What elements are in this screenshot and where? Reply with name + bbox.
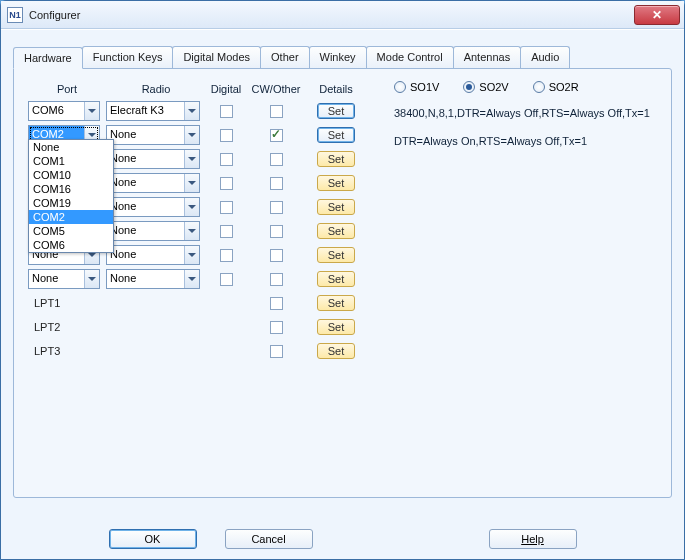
radio-dot-icon	[463, 81, 475, 93]
so-mode-radio[interactable]: SO1V	[394, 81, 439, 93]
tab-body: Port Radio Digital CW/Other Details COM6…	[13, 68, 672, 498]
lpt-label: LPT2	[28, 319, 106, 335]
chevron-down-icon	[84, 102, 99, 120]
dropdown-option[interactable]: COM1	[29, 154, 113, 168]
cancel-button[interactable]: Cancel	[225, 529, 313, 549]
radio-label: SO1V	[410, 81, 439, 93]
header-port: Port	[28, 83, 106, 95]
digital-checkbox[interactable]	[220, 249, 233, 262]
chevron-down-icon	[184, 150, 199, 168]
radio-combo[interactable]: None	[106, 197, 200, 217]
header-cw: CW/Other	[246, 83, 306, 95]
cw-checkbox[interactable]	[270, 201, 283, 214]
radio-combo[interactable]: None	[106, 149, 200, 169]
dropdown-option[interactable]: COM16	[29, 182, 113, 196]
ok-button[interactable]: OK	[109, 529, 197, 549]
dropdown-option[interactable]: COM5	[29, 224, 113, 238]
so-mode-radio[interactable]: SO2V	[463, 81, 508, 93]
digital-checkbox[interactable]	[220, 129, 233, 142]
set-button[interactable]: Set	[317, 223, 356, 239]
dropdown-option[interactable]: COM19	[29, 196, 113, 210]
tab-hardware[interactable]: Hardware	[13, 47, 83, 69]
cw-checkbox[interactable]	[270, 105, 283, 118]
tab-audio[interactable]: Audio	[520, 46, 570, 68]
chevron-down-icon	[184, 222, 199, 240]
radio-combo[interactable]: None	[106, 245, 200, 265]
radio-combo[interactable]: None	[106, 221, 200, 241]
close-button[interactable]: ✕	[634, 5, 680, 25]
set-button[interactable]: Set	[317, 175, 356, 191]
set-button[interactable]: Set	[317, 127, 356, 143]
set-button[interactable]: Set	[317, 295, 356, 311]
set-button[interactable]: Set	[317, 271, 356, 287]
dropdown-option[interactable]: COM10	[29, 168, 113, 182]
port-dropdown-list[interactable]: NoneCOM1COM10COM16COM19COM2COM5COM6	[28, 139, 114, 253]
set-button[interactable]: Set	[317, 343, 356, 359]
cw-checkbox[interactable]	[270, 297, 283, 310]
tabstrip: Hardware Function Keys Digital Modes Oth…	[1, 30, 684, 68]
radio-combo[interactable]: None	[106, 269, 200, 289]
digital-checkbox[interactable]	[220, 177, 233, 190]
chevron-down-icon	[184, 174, 199, 192]
cw-checkbox[interactable]	[270, 321, 283, 334]
lpt-label: LPT3	[28, 343, 106, 359]
cw-checkbox[interactable]	[270, 345, 283, 358]
info-line-1: 38400,N,8,1,DTR=Always Off,RTS=Always Of…	[394, 107, 650, 119]
set-button[interactable]: Set	[317, 247, 356, 263]
dropdown-option[interactable]: COM2	[29, 210, 113, 224]
radio-label: SO2V	[479, 81, 508, 93]
radio-dot-icon	[533, 81, 545, 93]
cw-checkbox[interactable]	[270, 177, 283, 190]
radio-combo[interactable]: None	[106, 125, 200, 145]
header-digital: Digital	[206, 83, 246, 95]
cw-checkbox[interactable]	[270, 273, 283, 286]
set-button[interactable]: Set	[317, 199, 356, 215]
header-details: Details	[306, 83, 366, 95]
tab-digital-modes[interactable]: Digital Modes	[172, 46, 261, 68]
digital-checkbox[interactable]	[220, 225, 233, 238]
tab-winkey[interactable]: Winkey	[309, 46, 367, 68]
cw-checkbox[interactable]	[270, 249, 283, 262]
port-row: NoneNoneSet	[28, 171, 657, 195]
radio-combo[interactable]: Elecraft K3	[106, 101, 200, 121]
tab-function-keys[interactable]: Function Keys	[82, 46, 174, 68]
lpt-row: LPT1Set	[28, 291, 657, 315]
set-button[interactable]: Set	[317, 151, 356, 167]
titlebar: N1 Configurer ✕	[1, 1, 684, 29]
dropdown-option[interactable]: COM6	[29, 238, 113, 252]
radio-dot-icon	[394, 81, 406, 93]
radio-label: SO2R	[549, 81, 579, 93]
header-radio: Radio	[106, 83, 206, 95]
chevron-down-icon	[184, 102, 199, 120]
tab-other[interactable]: Other	[260, 46, 310, 68]
port-combo[interactable]: None	[28, 269, 100, 289]
chevron-down-icon	[184, 126, 199, 144]
cw-checkbox[interactable]	[270, 225, 283, 238]
port-row: NoneNoneSet	[28, 195, 657, 219]
port-row: NoneNoneSet	[28, 147, 657, 171]
so-mode-area: SO1VSO2VSO2R 38400,N,8,1,DTR=Always Off,…	[394, 81, 650, 147]
tab-antennas[interactable]: Antennas	[453, 46, 521, 68]
port-row: NoneNoneSet	[28, 219, 657, 243]
dropdown-option[interactable]: None	[29, 140, 113, 154]
digital-checkbox[interactable]	[220, 153, 233, 166]
set-button[interactable]: Set	[317, 103, 356, 119]
info-line-2: DTR=Always On,RTS=Always Off,Tx=1	[394, 135, 650, 147]
lpt-row: LPT2Set	[28, 315, 657, 339]
port-row: NoneNoneSet	[28, 243, 657, 267]
port-combo[interactable]: COM6	[28, 101, 100, 121]
help-button[interactable]: Help	[489, 529, 577, 549]
digital-checkbox[interactable]	[220, 201, 233, 214]
configurer-window: N1 Configurer ✕ Hardware Function Keys D…	[0, 0, 685, 560]
so-mode-radio[interactable]: SO2R	[533, 81, 579, 93]
cw-checkbox[interactable]	[270, 153, 283, 166]
app-icon: N1	[7, 7, 23, 23]
cw-checkbox[interactable]	[270, 129, 283, 142]
chevron-down-icon	[184, 246, 199, 264]
digital-checkbox[interactable]	[220, 105, 233, 118]
digital-checkbox[interactable]	[220, 273, 233, 286]
chevron-down-icon	[184, 198, 199, 216]
tab-mode-control[interactable]: Mode Control	[366, 46, 454, 68]
set-button[interactable]: Set	[317, 319, 356, 335]
radio-combo[interactable]: None	[106, 173, 200, 193]
